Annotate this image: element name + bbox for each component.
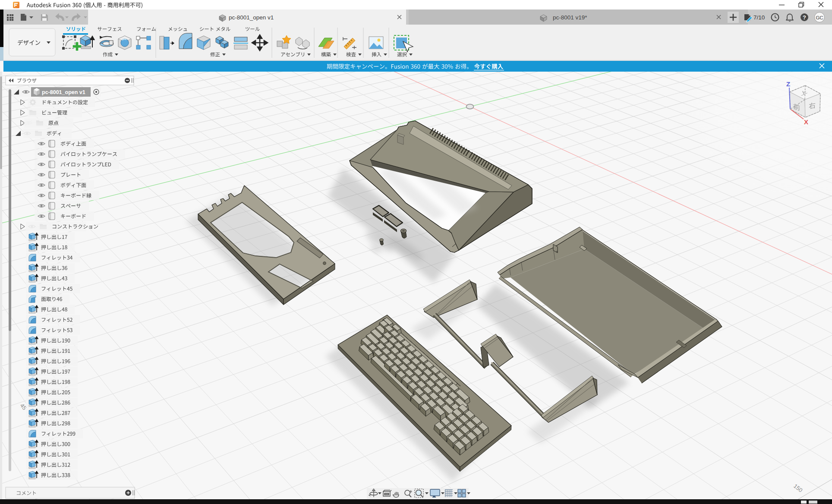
svg-text:pc-8001_open v1: pc-8001_open v1 [229, 14, 274, 21]
svg-text:pc-8001 v19*: pc-8001 v19* [553, 14, 587, 21]
svg-text:?: ? [803, 14, 806, 21]
svg-text:X: X [804, 118, 808, 126]
svg-text:GC: GC [816, 15, 823, 20]
svg-text:pc-8001_open v1: pc-8001_open v1 [42, 89, 85, 95]
svg-text:Z: Z [786, 80, 790, 88]
svg-text:7/10: 7/10 [753, 14, 765, 21]
